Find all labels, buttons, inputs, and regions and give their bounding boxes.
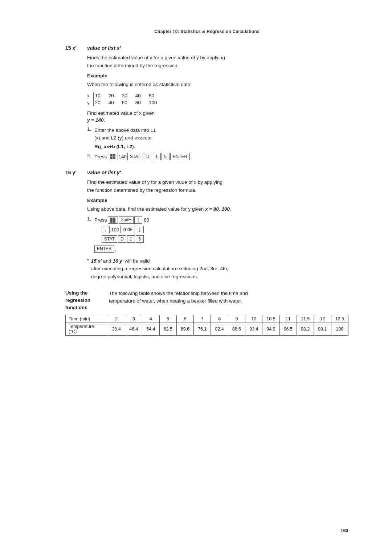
- enter-key: ENTER: [170, 153, 190, 160]
- steps-16: 1. Press 2ndF: [87, 216, 348, 254]
- table-row: y 20 40 60 80 100: [87, 99, 163, 106]
- section-15: 15 x' value or list x' Finds the estimat…: [65, 45, 348, 164]
- section-16-number: 16 y': [65, 170, 87, 175]
- using-section: Using the regression functions The follo…: [65, 289, 348, 312]
- table-row: Temperature(°C) 38.4 46.4 54.4 62.5 69.6…: [66, 323, 348, 336]
- example-15-text: When the following is entered as statist…: [87, 81, 348, 89]
- section-15-title: value or list x': [87, 45, 121, 51]
- using-content: The following table shows the relationsh…: [109, 289, 348, 305]
- step-16-1: 1. Press 2ndF: [87, 216, 348, 254]
- example-16-text: Using above data, find the estimated val…: [87, 205, 348, 213]
- 2ndf-key-1: 2ndF: [119, 216, 134, 224]
- key-5: 5: [162, 153, 170, 160]
- step-1-content: Enter the above data into L1 (x) and L2 …: [94, 126, 348, 151]
- section-16-desc: Find the estimated value of y for a give…: [87, 178, 348, 194]
- d-key-2: D: [118, 235, 126, 243]
- page: Chapter 10: Statistics & Regression Calc…: [0, 0, 392, 555]
- main-data-table: Time (min) 2 3 4 5 6 7 8 9 10 10.5 11 11…: [65, 315, 348, 336]
- section-15-desc: Finds the estimated value of x for a giv…: [87, 54, 348, 69]
- example-15-label: Example: [87, 73, 348, 78]
- chapter-title: Chapter 10: Statistics & Regression Calc…: [154, 29, 260, 34]
- using-label: Using the regression functions: [65, 289, 109, 312]
- section-16-title: value or list y': [87, 170, 121, 175]
- stat-key: STAT: [127, 153, 143, 160]
- grid-key: [108, 153, 118, 160]
- page-number: 163: [340, 528, 348, 533]
- section-15-content: value or list x' Finds the estimated val…: [87, 45, 348, 164]
- section-15-number: 15 x': [65, 45, 87, 51]
- enter-key-2: ENTER: [94, 246, 114, 253]
- example-16-label: Example: [87, 198, 348, 203]
- step-2: 2. Press 140 STAT D: [87, 153, 348, 162]
- brace-open-key: {: [134, 216, 142, 224]
- table-row: Time (min) 2 3 4 5 6 7 8 9 10 10.5 11 11…: [66, 315, 348, 323]
- find-text: Find estimated value of x given: [87, 110, 348, 116]
- grid-key-16: [108, 216, 118, 224]
- d-key: D: [144, 153, 152, 160]
- 2ndf-key-2: 2ndF: [120, 226, 135, 233]
- key-1-2: 1: [127, 235, 135, 243]
- step-1: 1. Enter the above data into L1 (x) and …: [87, 126, 348, 151]
- brace-close-key: }: [136, 226, 144, 233]
- step-2-content: Press 140 STAT D 1 5: [94, 153, 348, 162]
- data-table-15: x 10 20 30 40 50 y 20 40 60 80 100: [87, 92, 163, 106]
- note-bullet: • 15 x' and 16 y' will be valid after ex…: [87, 257, 348, 281]
- comma-key: ,: [102, 226, 110, 233]
- section-16: 16 y' value or list y' Find the estimate…: [65, 170, 348, 283]
- step-16-1-content: Press 2ndF { 80: [94, 216, 348, 254]
- steps-15: 1. Enter the above data into L1 (x) and …: [87, 126, 348, 162]
- y-eq: y = 140.: [87, 117, 348, 123]
- section-16-content: value or list y' Find the estimated valu…: [87, 170, 348, 283]
- key-1: 1: [153, 153, 161, 160]
- chapter-header: Chapter 10: Statistics & Regression Calc…: [65, 29, 348, 34]
- stat-key-2: STAT: [102, 235, 117, 243]
- key-6: 6: [136, 235, 144, 243]
- table-row: x 10 20 30 40 50: [87, 92, 163, 99]
